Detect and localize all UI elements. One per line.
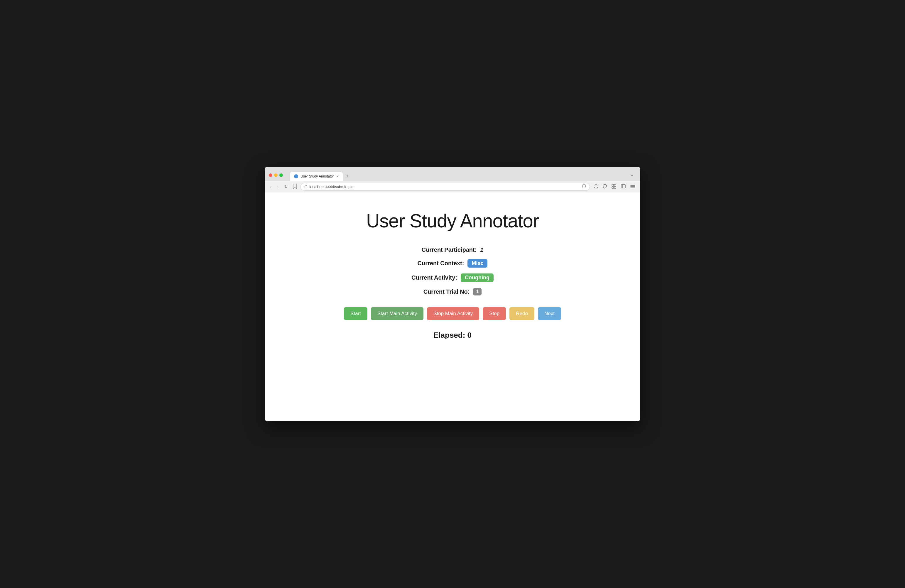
traffic-lights xyxy=(269,173,283,177)
trial-label: Current Trial No: xyxy=(424,288,470,295)
window-dropdown-icon: ⌄ xyxy=(630,172,634,177)
redo-button[interactable]: Redo xyxy=(510,307,534,320)
tab-close-button[interactable]: × xyxy=(336,174,339,179)
lock-icon xyxy=(304,185,308,189)
page-content: User Study Annotator Current Participant… xyxy=(265,192,640,422)
bookmark-button[interactable] xyxy=(292,183,298,190)
nav-right-controls xyxy=(592,183,637,190)
shield-icon xyxy=(582,184,586,190)
participant-row: Current Participant: 1 xyxy=(422,246,484,253)
stop-button[interactable]: Stop xyxy=(483,307,506,320)
start-button[interactable]: Start xyxy=(344,307,367,320)
svg-rect-3 xyxy=(612,187,614,189)
title-bar: User Study Annotator × + ⌄ xyxy=(265,166,640,181)
extensions-button[interactable] xyxy=(610,183,618,190)
new-tab-button[interactable]: + xyxy=(343,171,352,181)
stop-main-activity-button[interactable]: Stop Main Activity xyxy=(427,307,479,320)
minimize-button[interactable] xyxy=(274,173,278,177)
next-button[interactable]: Next xyxy=(538,307,561,320)
browser-window: User Study Annotator × + ⌄ ‹ › ↻ xyxy=(265,166,640,422)
activity-row: Current Activity: Coughing xyxy=(411,273,494,282)
shield-button[interactable] xyxy=(601,183,609,190)
elapsed-display: Elapsed: 0 xyxy=(433,331,472,340)
menu-button[interactable] xyxy=(629,184,637,190)
tabs-bar: User Study Annotator × + xyxy=(290,171,352,181)
trial-row: Current Trial No: 1 xyxy=(424,288,482,295)
start-main-activity-button[interactable]: Start Main Activity xyxy=(371,307,424,320)
context-label: Current Context: xyxy=(418,260,464,267)
browser-chrome: User Study Annotator × + ⌄ ‹ › ↻ xyxy=(265,166,640,192)
forward-button[interactable]: › xyxy=(276,184,281,190)
back-button[interactable]: ‹ xyxy=(268,184,273,190)
context-row: Current Context: Misc xyxy=(418,259,488,268)
svg-rect-1 xyxy=(612,184,614,186)
share-button[interactable] xyxy=(592,183,600,190)
svg-rect-2 xyxy=(614,184,616,186)
svg-rect-4 xyxy=(614,187,616,189)
action-buttons: Start Start Main Activity Stop Main Acti… xyxy=(344,307,561,320)
address-bar[interactable]: localhost:4444/submit_pid xyxy=(300,183,590,191)
svg-rect-0 xyxy=(305,186,307,189)
active-tab[interactable]: User Study Annotator × xyxy=(290,172,343,181)
reload-button[interactable]: ↻ xyxy=(283,184,289,190)
context-badge: Misc xyxy=(467,259,487,268)
svg-rect-5 xyxy=(621,185,626,188)
info-section: Current Participant: 1 Current Context: … xyxy=(411,246,494,295)
tab-title: User Study Annotator xyxy=(300,174,334,178)
activity-badge: Coughing xyxy=(461,273,494,282)
page-title: User Study Annotator xyxy=(366,210,539,232)
trial-badge: 1 xyxy=(473,288,481,295)
tab-favicon xyxy=(294,174,298,178)
participant-label: Current Participant: xyxy=(422,246,477,253)
sidebar-button[interactable] xyxy=(619,184,627,190)
url-text: localhost:4444/submit_pid xyxy=(309,185,580,189)
maximize-button[interactable] xyxy=(279,173,283,177)
close-button[interactable] xyxy=(269,173,272,177)
activity-label: Current Activity: xyxy=(411,274,457,281)
participant-value: 1 xyxy=(480,246,483,253)
nav-bar: ‹ › ↻ localhost:4444/submit_pid xyxy=(265,181,640,192)
